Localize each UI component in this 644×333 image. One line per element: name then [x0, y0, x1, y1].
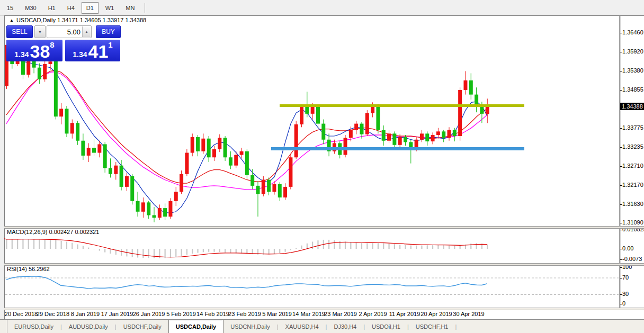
bid-ask-row: 1.34388 1.34411 [6, 40, 121, 61]
ask-price-button[interactable]: 1.34411 [65, 40, 120, 61]
macd-axis-label: -0.0073 [622, 256, 642, 262]
buy-button[interactable]: BUY [96, 25, 121, 38]
volume-dropdown-button[interactable]: ▼ [34, 25, 46, 38]
rsi-indicator-label: RSI(14) 56.2962 [7, 266, 50, 272]
price-axis-label: 1.35380 [622, 67, 643, 74]
panel-separator[interactable] [4, 226, 644, 229]
date-axis-label: 20 Dec 2018 [5, 311, 38, 317]
candles-layer [5, 40, 489, 222]
date-axis-label: 20 Apr 2019 [421, 311, 452, 317]
date-axis-label: 2 Apr 2019 [359, 311, 387, 317]
price-axis-label: 1.32710 [622, 163, 643, 169]
price-axis-label: 1.34855 [622, 86, 643, 93]
chart-symbol-label: USDCAD,Daily [16, 17, 56, 23]
date-axis-label: 23 Feb 2019 [228, 311, 261, 317]
date-axis-label: 11 Apr 2019 [389, 311, 421, 317]
date-axis-label: 30 Apr 2019 [453, 311, 484, 317]
chart-title: ▲USDCAD,Daily 1.34171 1.34605 1.33917 1.… [10, 17, 146, 23]
price-axis-label: 1.33235 [622, 143, 643, 150]
date-axis-label: 17 Jan 2019 [101, 311, 133, 317]
price-axis-label: 1.31630 [622, 201, 643, 207]
bid-pip-digit: 8 [50, 40, 54, 49]
date-axis-label: 14 Mar 2019 [292, 311, 325, 317]
date-axis-label: 26 Jan 2019 [133, 311, 165, 317]
macd-axis-label: 0.00 [622, 245, 633, 251]
macd-indicator-label: MACD(12,26,9) 0.002427 0.002321 [7, 229, 99, 235]
chart-ohlc-values: 1.34171 1.34605 1.33917 1.34388 [57, 17, 146, 23]
volume-input[interactable]: 5.00 ▲ [47, 25, 92, 38]
rsi-axis-label: 30 [622, 291, 629, 297]
support-line[interactable] [271, 147, 524, 150]
volume-value: 5.00 [67, 28, 80, 36]
chevron-up-icon: ▲ [85, 30, 88, 33]
price-axis-label: 1.36460 [622, 29, 643, 35]
price-axis-label: 1.32170 [622, 182, 643, 188]
chevron-down-icon: ▼ [38, 30, 42, 34]
volume-spinner-up[interactable]: ▲ [82, 26, 91, 37]
one-click-trading-panel: SELL ▼ 5.00 ▲ BUY 1.34388 1.34411 [6, 25, 121, 61]
price-axis-label: 1.31090 [622, 219, 643, 226]
ask-pip-digit: 1 [108, 40, 112, 49]
rsi-axis-label: 0 [622, 300, 625, 307]
macd-layer [4, 239, 488, 258]
rsi-layer [5, 276, 619, 295]
collapse-triangle-icon[interactable]: ▲ [10, 18, 14, 23]
mt4-window: 15M30H1H4D1W1MN ▲USDCAD,Daily 1.34171 1.… [0, 0, 644, 333]
price-axis-label: 1.35920 [622, 48, 643, 55]
bid-prefix: 1.34 [14, 51, 29, 59]
ask-prefix: 1.34 [73, 51, 87, 59]
bid-price-button[interactable]: 1.34388 [6, 40, 62, 61]
date-axis-label: 5 Feb 2019 [166, 311, 196, 317]
trade-controls-row: SELL ▼ 5.00 ▲ BUY [6, 25, 121, 39]
date-axis-label: 29 Dec 2018 [37, 311, 69, 317]
panel-separator[interactable] [4, 263, 644, 266]
panel-separator[interactable] [4, 308, 644, 310]
bid-main-digits: 38 [30, 44, 50, 59]
current-price-tag: 1.34388 [620, 103, 644, 110]
sell-button[interactable]: SELL [6, 25, 33, 38]
date-axis-label: 5 Mar 2019 [262, 311, 292, 317]
date-axis-label: 8 Jan 2019 [71, 311, 100, 317]
ask-main-digits: 41 [88, 44, 109, 59]
resistance-line[interactable] [280, 104, 524, 107]
date-axis-label: 14 Feb 2019 [196, 311, 229, 317]
rsi-axis-label: 70 [622, 274, 629, 281]
date-axis-label: 23 Mar 2019 [324, 311, 357, 317]
price-axis-label: 1.33775 [622, 124, 643, 131]
